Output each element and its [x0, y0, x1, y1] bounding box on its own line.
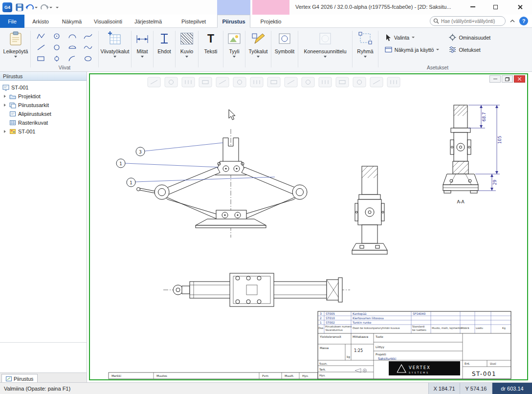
canvas-toolbar-icon[interactable]	[233, 77, 246, 87]
tyyli-button[interactable]: Tyyli	[224, 29, 244, 71]
curve-tool-icon[interactable]	[81, 42, 96, 53]
rectangle-tool-icon[interactable]	[34, 53, 49, 64]
circle-tool-icon[interactable]	[49, 42, 65, 53]
tree-item-piirustusarkit[interactable]: Piirustusarkit	[0, 101, 87, 109]
sidebar-splitter[interactable]	[0, 342, 87, 343]
tab-projektio[interactable]: Projektio	[252, 15, 289, 28]
tab-pistepilvet[interactable]: Pistepilvet	[174, 15, 213, 28]
tree-item-rasterikuvat[interactable]: Rasterikuvat	[0, 118, 87, 127]
app-logo[interactable]: G4	[2, 2, 12, 12]
search-input[interactable]	[430, 16, 506, 26]
quick-access-customize-icon[interactable]	[56, 3, 59, 12]
undo-button[interactable]	[25, 3, 34, 12]
bottom-view[interactable]	[163, 273, 350, 306]
koneensuunnittelu-button[interactable]: Koneensuunnittelu	[299, 29, 351, 71]
tab-arkisto[interactable]: Arkisto	[24, 15, 57, 28]
mouse-cursor	[229, 109, 235, 120]
title-block[interactable]: Merkki Muutos Pvm Muutt. Hyv.	[109, 311, 511, 379]
canvas-toolbar-icon[interactable]	[267, 77, 280, 87]
redo-dropdown-icon[interactable]	[49, 3, 52, 12]
canvas-toolbar-icon[interactable]	[199, 77, 212, 87]
hatch-icon	[180, 30, 193, 47]
sidebar-tab-piirustus[interactable]: Piirustus	[1, 374, 38, 383]
save-icon	[16, 3, 23, 11]
tab-nakyma[interactable]: Näkymä	[57, 15, 87, 28]
help-button[interactable]: ?	[519, 17, 528, 25]
oletukset-button[interactable]: Oletukset	[449, 46, 490, 53]
group-separator	[271, 31, 271, 67]
canvas-toolbar-icon[interactable]	[353, 77, 366, 87]
chevron-right-icon[interactable]	[2, 94, 7, 98]
chevron-down-icon	[233, 56, 236, 58]
balloon-label: 1	[119, 161, 122, 166]
canvas-toolbar-icon[interactable]	[370, 77, 383, 87]
mdi-restore-button[interactable]	[502, 75, 513, 83]
arc-quarter-tool-icon[interactable]	[65, 53, 80, 64]
canvas-toolbar-icon[interactable]	[250, 77, 263, 87]
arc-chord-tool-icon[interactable]	[65, 42, 80, 53]
scale-value: 1:25	[354, 349, 363, 353]
nakyma-ja-kaytto-button[interactable]: Näkymä ja käyttö	[385, 46, 440, 53]
tab-piirustus[interactable]: Piirustus	[217, 15, 250, 28]
canvas-toolbar-icon[interactable]	[336, 77, 349, 87]
drawing-canvas[interactable]: 3 1 1	[89, 73, 528, 380]
group-separator	[30, 31, 31, 67]
canvas-toolbar-icon[interactable]	[182, 77, 195, 87]
tyokalut-button[interactable]: Työkalut	[246, 29, 270, 71]
close-button[interactable]	[511, 0, 528, 14]
group-separator	[245, 31, 245, 67]
spline-tool-icon[interactable]	[81, 31, 96, 42]
arc-tool-icon[interactable]	[65, 31, 80, 42]
tree-item-st001-doc[interactable]: ST-001	[0, 127, 87, 136]
svg-text:SFS4040: SFS4040	[413, 312, 425, 315]
dim-label: 105	[497, 136, 502, 144]
circle-center-tool-icon[interactable]	[49, 31, 65, 42]
viivatyokalut-button[interactable]: Viivatyökalut	[100, 29, 130, 71]
polyline-tool-icon[interactable]	[34, 31, 49, 42]
symbolit-button[interactable]: Symbolit	[272, 29, 297, 71]
ominaisuudet-button[interactable]: Ominaisuudet	[449, 34, 490, 41]
chevron-right-icon[interactable]	[2, 103, 7, 107]
redo-button[interactable]	[40, 3, 49, 12]
kuvio-button[interactable]: Kuvio	[177, 29, 197, 71]
canvas-toolbar-icon[interactable]	[387, 77, 400, 87]
maximize-button[interactable]	[487, 0, 504, 14]
canvas-toolbar-icon[interactable]	[302, 77, 314, 87]
ellipse-tool-icon[interactable]	[81, 53, 96, 64]
tab-file[interactable]: File	[0, 15, 24, 28]
valinta-button[interactable]: Valinta	[385, 34, 440, 41]
teksti-button[interactable]: T Teksti	[200, 29, 222, 71]
front-view[interactable]	[137, 129, 308, 238]
folder-icon	[9, 93, 16, 99]
minimize-button[interactable]	[465, 0, 481, 14]
constraint-icon	[157, 30, 172, 47]
mdi-minimize-button[interactable]	[489, 75, 501, 83]
tab-jarjestelma[interactable]: Järjestelmä	[129, 15, 167, 28]
ribbon-collapse-icon[interactable]	[510, 19, 515, 23]
side-view[interactable]	[352, 166, 387, 254]
dimension-icon	[135, 30, 150, 47]
point-circle-tool-icon[interactable]	[49, 53, 65, 64]
chevron-right-icon[interactable]	[2, 130, 7, 133]
section-view[interactable]: A-A	[443, 105, 478, 204]
raster-grid-icon	[9, 120, 16, 126]
mitat-button[interactable]: Mitat	[133, 29, 152, 71]
undo-dropdown-icon[interactable]	[35, 3, 38, 12]
tree-item-projektiot[interactable]: Projektiot	[0, 92, 87, 101]
canvas-toolbar-icon[interactable]	[148, 77, 160, 87]
mdi-close-button[interactable]	[514, 75, 525, 83]
tab-visualisointi[interactable]: Visualisointi	[87, 15, 129, 28]
clipboard-button[interactable]: Leikepöytä	[3, 29, 28, 58]
line-tool-icon[interactable]	[34, 42, 49, 53]
tree-item-alipiirustukset[interactable]: Alipiirustukset	[0, 109, 87, 118]
svg-text:Mittakaava: Mittakaava	[353, 335, 369, 338]
ryhma-button[interactable]: Ryhmä	[354, 29, 377, 71]
status-x: X 184.71	[428, 383, 460, 394]
ehdot-button[interactable]: Ehdot	[155, 29, 174, 71]
canvas-toolbar-icon[interactable]	[216, 77, 229, 87]
canvas-toolbar-icon[interactable]	[319, 77, 332, 87]
canvas-toolbar-icon[interactable]	[165, 77, 177, 87]
tree-item-st001[interactable]: ST-001	[0, 83, 87, 92]
save-button[interactable]	[16, 3, 23, 12]
canvas-toolbar-icon[interactable]	[285, 77, 297, 87]
